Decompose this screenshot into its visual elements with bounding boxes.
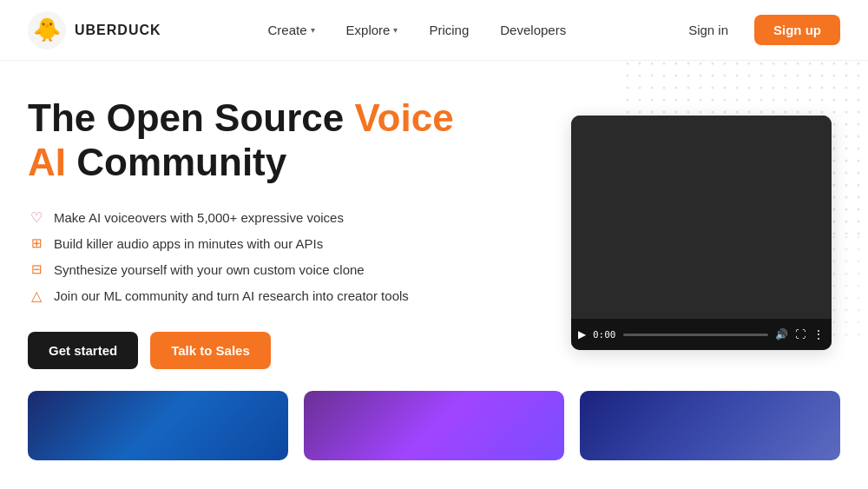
video-controls: ▶ 0:00 🔊 ⛶ ⋮ [571,319,832,350]
talk-to-sales-button[interactable]: Talk to Sales [150,332,271,369]
hero-title-part1: The Open Source [28,96,355,139]
chevron-down-icon: ▾ [311,25,315,35]
feature-clone: ⊟ Synthesize yourself with your own cust… [28,261,479,278]
play-button[interactable]: ▶ [578,328,586,340]
hero-section: The Open Source Voice AI Community ♡ Mak… [0,61,868,391]
hero-video-area: ▶ 0:00 🔊 ⛶ ⋮ [571,116,840,350]
video-timestamp: 0:00 [593,329,616,340]
chevron-down-icon: ▾ [393,25,398,35]
hero-buttons: Get started Talk to Sales [28,332,479,369]
brand-name: UBERDUCK [75,23,161,38]
feature-apis-text: Build killer audio apps in minutes with … [54,236,323,251]
nav-explore-label: Explore [346,23,391,37]
nav-developers-label: Developers [500,23,566,37]
nav-create[interactable]: Create ▾ [256,16,327,44]
hero-features-list: ♡ Make AI voiceovers with 5,000+ express… [28,208,479,304]
get-started-button[interactable]: Get started [28,332,138,369]
nav-create-label: Create [268,23,307,37]
more-options-icon[interactable]: ⋮ [812,327,825,341]
heart-icon: ♡ [28,208,45,226]
feature-clone-text: Synthesize yourself with your own custom… [54,262,365,277]
bottom-cards-row [0,391,868,469]
card-1[interactable] [28,391,288,460]
feature-community-text: Join our ML community and turn AI resear… [54,288,409,303]
card-2[interactable] [304,391,564,460]
signin-button[interactable]: Sign in [673,16,744,44]
flask-icon: △ [28,287,45,304]
card-3[interactable] [580,391,840,460]
clone-icon: ⊟ [28,261,45,278]
nav-actions: Sign in Sign up [673,15,840,45]
fullscreen-icon[interactable]: ⛶ [795,328,806,340]
nav-explore[interactable]: Explore ▾ [334,16,411,44]
nav-developers[interactable]: Developers [488,16,578,44]
feature-voiceovers-text: Make AI voiceovers with 5,000+ expressiv… [54,210,344,225]
nav-pricing-label: Pricing [429,23,469,37]
grid-icon: ⊞ [28,235,45,252]
feature-apis: ⊞ Build killer audio apps in minutes wit… [28,235,479,252]
feature-community: △ Join our ML community and turn AI rese… [28,287,479,304]
video-display [571,116,832,319]
main-nav: Create ▾ Explore ▾ Pricing Developers [256,16,579,44]
hero-title-part2: Community [66,141,286,183]
feature-voiceovers: ♡ Make AI voiceovers with 5,000+ express… [28,208,479,226]
signup-button[interactable]: Sign up [754,15,840,45]
nav-pricing[interactable]: Pricing [417,16,481,44]
logo[interactable]: 🐥 UBERDUCK [28,11,161,50]
header: 🐥 UBERDUCK Create ▾ Explore ▾ Pricing De… [0,0,868,61]
hero-content: The Open Source Voice AI Community ♡ Mak… [28,96,479,369]
volume-icon[interactable]: 🔊 [775,328,788,340]
logo-icon: 🐥 [28,11,66,50]
video-progress-bar[interactable] [623,334,769,336]
hero-title: The Open Source Voice AI Community [28,96,479,184]
video-player[interactable]: ▶ 0:00 🔊 ⛶ ⋮ [571,116,832,350]
